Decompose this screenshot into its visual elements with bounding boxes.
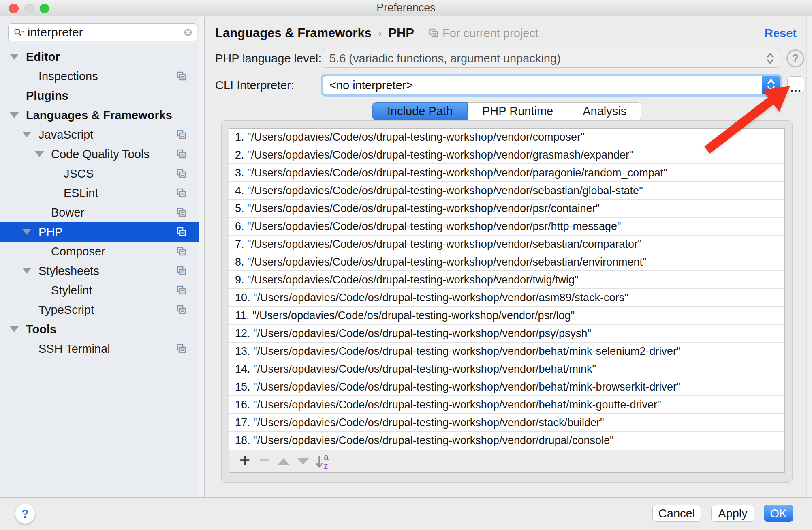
shared-settings-icon (176, 304, 187, 315)
triangle-up-icon (278, 458, 289, 465)
include-path-row[interactable]: 1. "/Users/opdavies/Code/os/drupal-testi… (229, 129, 784, 146)
sidebar-item-php[interactable]: PHP (0, 222, 199, 242)
sidebar-item-tools[interactable]: Tools (0, 320, 199, 339)
chevron-down-icon[interactable] (22, 229, 38, 235)
shared-settings-icon (176, 168, 187, 179)
sidebar-item-javascript[interactable]: JavaScript (0, 125, 199, 144)
language-level-label: PHP language level: (215, 49, 321, 68)
chevron-down-icon[interactable] (22, 268, 38, 274)
sidebar-item-languages-frameworks[interactable]: Languages & Frameworks (0, 105, 199, 125)
shared-settings-icon (176, 226, 187, 238)
include-path-row[interactable]: 14. "/Users/opdavies/Code/os/drupal-test… (229, 360, 784, 378)
include-path-row[interactable]: 3. "/Users/opdavies/Code/os/drupal-testi… (229, 164, 784, 182)
sidebar-item-editor[interactable]: Editor (0, 47, 199, 67)
titlebar: Preferences (0, 0, 812, 16)
sidebar-item-stylesheets[interactable]: Stylesheets (0, 261, 199, 281)
settings-main-panel: Languages & Frameworks › PHP For current… (205, 17, 812, 497)
reset-link[interactable]: Reset (765, 24, 797, 43)
chevron-down-icon[interactable] (22, 132, 38, 137)
sidebar-item-label: Code Quality Tools (51, 148, 176, 161)
combobox-stepper-button[interactable] (762, 76, 780, 94)
minus-icon: − (259, 450, 269, 470)
include-path-row[interactable]: 11. "/Users/opdavies/Code/os/drupal-test… (229, 307, 784, 325)
tab-php-runtime[interactable]: PHP Runtime (468, 102, 568, 120)
include-path-row[interactable]: 17. "/Users/opdavies/Code/os/drupal-test… (229, 414, 784, 432)
svg-text:a: a (324, 453, 329, 461)
remove-path-button[interactable]: − (254, 452, 274, 471)
sidebar-item-eslint[interactable]: ESLint (0, 183, 199, 203)
include-path-row[interactable]: 8. "/Users/opdavies/Code/os/drupal-testi… (229, 253, 784, 271)
tab-include-path[interactable]: Include Path (372, 102, 468, 120)
move-up-button[interactable] (274, 452, 293, 471)
chevron-down-icon[interactable] (35, 151, 51, 157)
chevron-down-icon[interactable] (10, 112, 26, 118)
include-path-row[interactable]: 6. "/Users/opdavies/Code/os/drupal-testi… (229, 218, 784, 236)
sidebar-item-label: Languages & Frameworks (26, 109, 199, 122)
move-down-button[interactable] (293, 452, 313, 471)
window-title: Preferences (0, 0, 812, 16)
shared-settings-icon (176, 207, 187, 218)
sort-alphabetically-button[interactable]: a z (313, 452, 332, 471)
include-path-row[interactable]: 13. "/Users/opdavies/Code/os/drupal-test… (229, 343, 784, 360)
include-path-row[interactable]: 16. "/Users/opdavies/Code/os/drupal-test… (229, 396, 784, 414)
tab-label: Include Path (387, 105, 453, 118)
sidebar-scrollbar[interactable] (199, 17, 204, 497)
sidebar-item-jscs[interactable]: JSCS (0, 164, 199, 183)
tab-label: Analysis (583, 105, 626, 118)
sidebar-item-label: Tools (26, 323, 199, 336)
main-scrollbar[interactable] (806, 17, 812, 497)
chevron-down-icon[interactable] (10, 326, 26, 332)
language-level-dropdown[interactable]: 5.6 (variadic functions, argument unpack… (323, 49, 780, 68)
sidebar-item-label: JavaScript (38, 128, 176, 142)
settings-sidebar: Editor Inspections Plugins Languages & F… (0, 17, 205, 497)
sidebar-item-code-quality-tools[interactable]: Code Quality Tools (0, 144, 199, 164)
interpreter-browse-button[interactable]: ... (787, 76, 804, 93)
sidebar-item-composer[interactable]: Composer (0, 242, 199, 261)
sidebar-item-typescript[interactable]: TypeScript (0, 300, 199, 320)
include-path-row[interactable]: 12. "/Users/opdavies/Code/os/drupal-test… (229, 325, 784, 343)
sidebar-item-label: Composer (51, 245, 176, 258)
breadcrumb-parent[interactable]: Languages & Frameworks (215, 26, 372, 41)
shared-settings-icon (176, 71, 187, 82)
sidebar-item-inspections[interactable]: Inspections (0, 67, 199, 86)
sidebar-item-label: JSCS (64, 167, 176, 180)
include-path-row[interactable]: 10. "/Users/opdavies/Code/os/drupal-test… (229, 289, 784, 307)
plus-icon: + (239, 451, 250, 471)
settings-search-field[interactable] (8, 23, 197, 41)
tab-analysis[interactable]: Analysis (568, 102, 641, 120)
cli-interpreter-value: <no interpreter> (329, 79, 762, 92)
include-path-panel: 1. "/Users/opdavies/Code/os/drupal-testi… (221, 120, 793, 483)
preferences-window: Preferences Editor Inspections Plugins (0, 0, 812, 530)
cancel-button[interactable]: Cancel (652, 505, 701, 522)
dialog-footer: ? Cancel Apply OK (0, 497, 812, 530)
apply-button[interactable]: Apply (711, 505, 754, 522)
breadcrumb: Languages & Frameworks › PHP For current… (215, 24, 538, 43)
sidebar-item-plugins[interactable]: Plugins (0, 86, 199, 105)
scope-label: For current project (442, 27, 538, 40)
include-path-toolbar: + − a z (229, 450, 785, 473)
search-input[interactable] (28, 26, 184, 39)
sidebar-item-ssh-terminal[interactable]: SSH Terminal (0, 339, 199, 358)
language-level-value: 5.6 (variadic functions, argument unpack… (329, 52, 766, 65)
cli-interpreter-combobox[interactable]: <no interpreter> (323, 76, 780, 94)
include-path-row[interactable]: 7. "/Users/opdavies/Code/os/drupal-testi… (229, 236, 784, 253)
clear-search-icon[interactable] (184, 26, 192, 39)
include-path-row[interactable]: 18. "/Users/opdavies/Code/os/drupal-test… (229, 432, 784, 450)
include-path-row[interactable]: 2. "/Users/opdavies/Code/os/drupal-testi… (229, 146, 784, 164)
include-path-row[interactable]: 5. "/Users/opdavies/Code/os/drupal-testi… (229, 200, 784, 218)
chevron-down-icon[interactable] (10, 54, 26, 60)
include-path-row[interactable]: 15. "/Users/opdavies/Code/os/drupal-test… (229, 378, 784, 396)
include-path-row[interactable]: 9. "/Users/opdavies/Code/os/drupal-testi… (229, 271, 784, 289)
sidebar-item-stylelint[interactable]: Stylelint (0, 281, 199, 300)
add-path-button[interactable]: + (235, 452, 254, 471)
php-settings-tabs: Include PathPHP RuntimeAnalysis (221, 102, 793, 120)
language-level-help-icon[interactable]: ? (786, 49, 804, 67)
include-path-row[interactable]: 4. "/Users/opdavies/Code/os/drupal-testi… (229, 182, 784, 200)
ok-button[interactable]: OK (764, 505, 793, 522)
help-button[interactable]: ? (15, 504, 35, 524)
shared-settings-icon (176, 148, 187, 160)
stepper-arrows-icon (766, 78, 776, 92)
sidebar-item-label: Plugins (26, 89, 199, 103)
sidebar-item-label: TypeScript (38, 303, 176, 317)
sidebar-item-bower[interactable]: Bower (0, 203, 199, 222)
